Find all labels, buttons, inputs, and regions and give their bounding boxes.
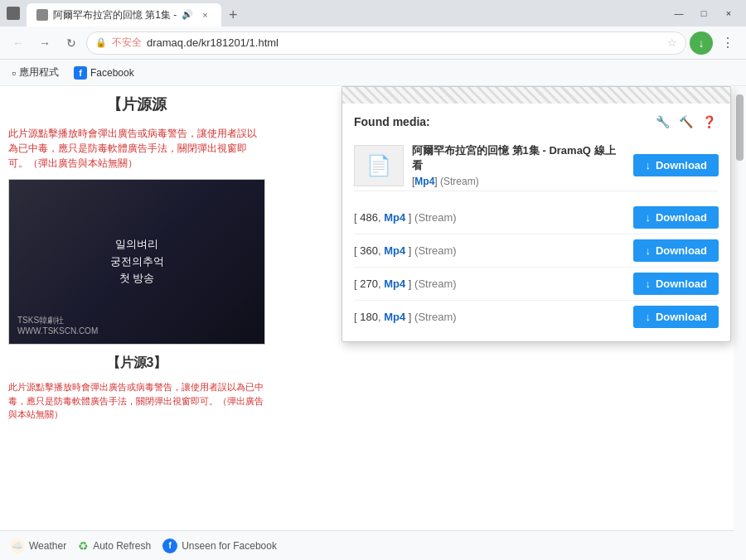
download-button-0[interactable]: ↓ Download [633,206,719,229]
video-watermark: TSKS韓劇社 WWW.TSKSCN.COM [17,315,98,336]
weather-label: Weather [29,540,66,552]
chrome-menu-button[interactable]: ⋮ [716,31,739,55]
media-title: 阿爾罕布拉宮的回憶 第1集 - DramaQ 線上看 [412,143,625,173]
scrollbar-thumb[interactable] [736,94,744,161]
quality-row-2: [ 270, Mp4 ] (Stream) ↓ Download [354,268,719,301]
page-title-section1: 【片源源 [0,86,274,123]
popup-hatch-header [342,87,730,104]
quality-row-0: [ 486, Mp4 ] (Stream) ↓ Download [354,201,719,234]
download-label-2: Download [656,278,707,290]
download-label-0: Download [656,211,707,224]
help-icon[interactable]: ❓ [699,112,719,132]
title-bar: 阿爾罕布拉宮的回憶 第1集 - 🔊 × + — □ × [0,0,746,27]
download-label-3: Download [656,311,707,323]
scrollbar[interactable] [734,86,746,560]
auto-refresh-label: Auto Refresh [93,540,151,552]
tools-icon[interactable]: 🔨 [676,112,695,132]
unseen-facebook-icon: f [162,538,177,553]
quality-row-1: [ 360, Mp4 ] (Stream) ↓ Download [354,234,719,268]
quality-info-3: [ 180, Mp4 ] (Stream) [354,311,457,323]
media-thumbnail: 📄 [354,145,404,186]
facebook-bookmark[interactable]: f Facebook [67,65,141,81]
format-type-label: Mp4 [414,176,434,187]
forward-button[interactable]: → [33,31,56,55]
facebook-icon: f [74,66,87,80]
download-indicator[interactable]: ↓ [690,31,713,55]
unseen-extension[interactable]: f Unseen for Facebook [162,538,277,553]
media-info: 阿爾罕布拉宮的回憶 第1集 - DramaQ 線上看 [Mp4] (Stream… [412,143,625,187]
minimize-button[interactable]: — [668,5,690,22]
maximize-button[interactable]: □ [693,5,715,22]
bookmarks-bar: ▫ 應用程式 f Facebook [0,60,746,86]
quality-info-2: [ 270, Mp4 ] (Stream) [354,278,457,290]
warning-text-3: 此片源點擊播放時會彈出廣告或病毒警告，讓使用者誤以為已中毒，應只是防毒軟體廣告手… [0,377,274,425]
auto-refresh-icon: ♻ [78,539,89,553]
download-arrow-icon-0: ↓ [645,211,651,224]
main-download-label: Download [656,159,707,171]
tab-audio-icon: 🔊 [182,9,193,21]
tab-favicon [36,9,48,21]
security-icon: 🔒 [95,37,107,48]
reload-button[interactable]: ↻ [60,31,83,55]
webpage-area: 【片源源 此片源點擊播放時會彈出廣告或病毒警告，讓使用者誤以為已中毒，應只是防毒… [0,86,274,560]
active-tab[interactable]: 阿爾罕布拉宮的回憶 第1集 - 🔊 × [27,3,221,27]
download-arrow-icon-2: ↓ [645,278,651,290]
address-bar[interactable]: 🔒 不安全 dramaq.de/kr181201/1.html ☆ [86,31,686,55]
browser-favicon [7,7,20,20]
media-format-row: [Mp4] (Stream) [412,176,625,187]
download-button-3[interactable]: ↓ Download [633,306,719,328]
video-korean-text: 일의벼리 궁전의추억 첫 방송 [110,236,164,287]
apps-button[interactable]: ▫ 應用程式 [7,64,64,81]
extension-popup: Found media: 🔧 🔨 ❓ 📄 阿爾罕布拉宮的回憶 第1集 - Dra… [342,86,731,342]
found-media-label: Found media: [354,115,430,128]
download-arrow-icon-1: ↓ [645,244,651,257]
found-media-header-row: Found media: 🔧 🔨 ❓ [354,112,719,132]
download-arrow-icon: ↓ [645,159,651,171]
back-button[interactable]: ← [7,31,30,55]
popup-body: Found media: 🔧 🔨 ❓ 📄 阿爾罕布拉宮的回憶 第1集 - Dra… [342,104,730,341]
weather-extension[interactable]: ☁️ Weather [10,538,66,553]
apps-grid-icon: ▫ [12,66,16,80]
new-tab-button[interactable]: + [221,3,245,27]
main-download-button[interactable]: ↓ Download [633,154,719,176]
download-label-1: Download [656,244,707,257]
download-button-2[interactable]: ↓ Download [633,273,719,295]
bottom-extension-bar: ☁️ Weather ♻ Auto Refresh f Unseen for F… [0,530,746,560]
tab-close-button[interactable]: × [198,8,211,22]
popup-action-icons: 🔧 🔨 ❓ [652,112,719,132]
format-bracket-close: ] [434,176,437,187]
quality-info-1: [ 360, Mp4 ] (Stream) [354,244,457,257]
tab-title: 阿爾罕布拉宮的回憶 第1集 - [53,8,177,22]
url-display: dramaq.de/kr181201/1.html [147,36,662,49]
download-arrow-icon-3: ↓ [645,311,651,323]
video-thumbnail: 일의벼리 궁전의추억 첫 방송 TSKS韓劇社 WWW.TSKSCN.COM [8,179,265,345]
quality-rows: [ 486, Mp4 ] (Stream) ↓ Download [ 360, … [354,201,719,333]
unseen-label: Unseen for Facebook [182,540,277,552]
section3-title: 【片源3】 [0,350,274,377]
quality-info-0: [ 486, Mp4 ] (Stream) [354,211,457,224]
weather-icon: ☁️ [10,538,25,553]
bookmark-star-icon[interactable]: ☆ [667,36,677,49]
window-controls: — □ × [668,5,739,22]
settings-icon[interactable]: 🔧 [652,112,672,132]
download-button-1[interactable]: ↓ Download [633,239,719,262]
warning-text-1: 此片源點擊播放時會彈出廣告或病毒警告，讓使用者誤以為已中毒，應只是防毒軟體廣告手… [0,123,274,174]
tab-strip: 阿爾罕布拉宮的回憶 第1集 - 🔊 × + [27,0,661,27]
not-secure-label: 不安全 [112,36,142,50]
close-button[interactable]: × [718,5,739,22]
apps-label: 應用程式 [19,65,59,80]
format-stream-label: (Stream) [440,176,479,187]
media-file-icon: 📄 [366,154,391,177]
video-inner: 일의벼리 궁전의추억 첫 방송 TSKS韓劇社 WWW.TSKSCN.COM [9,180,264,344]
facebook-label: Facebook [90,67,134,79]
page-content: 【片源源 此片源點擊播放時會彈出廣告或病毒警告，讓使用者誤以為已中毒，應只是防毒… [0,86,746,560]
media-main-row: 📄 阿爾罕布拉宮的回憶 第1集 - DramaQ 線上看 [Mp4] (Stre… [354,140,719,191]
navigation-bar: ← → ↻ 🔒 不安全 dramaq.de/kr181201/1.html ☆ … [0,27,746,60]
quality-row-3: [ 180, Mp4 ] (Stream) ↓ Download [354,301,719,333]
auto-refresh-extension[interactable]: ♻ Auto Refresh [78,539,151,553]
